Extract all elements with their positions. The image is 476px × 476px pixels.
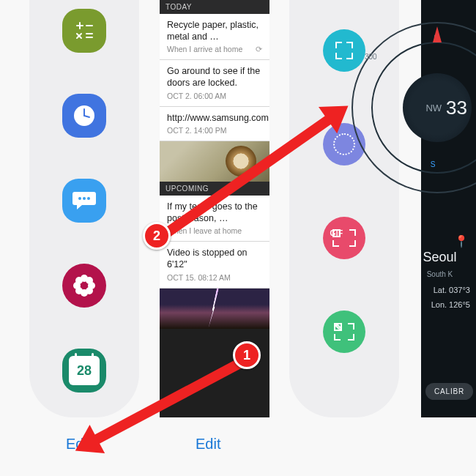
repeat-icon: ⟳ [256,45,262,54]
oval-select-icon [333,133,355,155]
reminder-title: If my team goes to the postseason, … [167,201,262,224]
reminder-sub: When I leave at home [167,226,262,235]
reminder-card[interactable]: http://www.samsung.com OCT 2. 14:00 PM [160,107,269,142]
calibrate-button[interactable]: CALIBR [425,383,473,400]
longitude: Lon. 126°5 [406,300,473,309]
gif-capture-button[interactable]: GIF [323,217,365,259]
section-upcoming: UPCOMING [160,182,269,196]
edit-button[interactable]: Edit [196,436,220,453]
reminder-sub: OCT 2. 06:00 AM [167,92,262,100]
reminder-title: Video is stopped on 6'12" [167,248,262,270]
speech-bubble-icon [72,190,97,211]
annotation-badge-2: 2 [143,222,171,250]
calculator-app-icon[interactable] [62,9,106,53]
latitude: Lat. 037°3 [406,286,473,294]
reminder-title: Recycle paper, plastic, metal and … [167,20,262,42]
region: South K [427,270,453,278]
svg-point-21 [81,282,88,289]
section-today: TODAY [160,0,269,14]
compass-app-panel: 0 330 300 NW33 S 📍 Seoul South K Lat. 03… [421,0,476,417]
reminder-thumb-video [160,289,269,329]
reminder-title: Go around to see if the doors are locked… [167,66,262,89]
reminder-card[interactable]: Recycle paper, plastic, metal and … When… [160,14,269,60]
clock-glyph-icon [71,103,97,129]
annotation-badge-1: 1 [233,341,261,369]
apps-edge-panel: 28 [29,0,139,417]
pin-screen-button[interactable]: ✎ [323,310,365,353]
pin-icon: ✎ [334,323,354,341]
city: Seoul [406,250,473,265]
location-pin-icon: 📍 [406,234,473,248]
reminder-sub: OCT 2. 14:00 PM [167,126,262,135]
svg-point-10 [78,197,81,200]
rectangle-select-button[interactable] [323,29,365,72]
gif-icon: GIF [332,229,356,247]
flower-icon [72,273,97,298]
clock-app-icon[interactable] [62,94,106,138]
reminder-card[interactable]: Video is stopped on 6'12" OCT 15. 08:12 … [160,242,269,288]
reminder-sub: When I arrive at home⟳ [167,45,262,53]
gallery-app-icon[interactable] [62,264,106,308]
reminder-card[interactable]: If my team goes to the postseason, … Whe… [160,196,269,242]
reminder-thumb-map [160,141,269,182]
edit-button[interactable]: Edit [66,436,91,453]
messages-app-icon[interactable] [62,179,106,223]
svg-point-11 [83,197,86,200]
compass-location-info: 📍 Seoul South K Lat. 037°3 Lon. 126°5 [406,234,473,309]
compass-north-needle [433,26,442,42]
calendar-app-icon[interactable]: 28 [62,349,106,393]
compass-heading: NW33 [403,73,472,142]
calculator-glyph-icon [74,21,94,41]
rectangle-select-icon [335,42,353,59]
svg-point-12 [87,197,90,200]
reminder-card[interactable]: Go around to see if the doors are locked… [160,60,269,106]
reminder-title: http://www.samsung.com [167,113,262,124]
reminder-sub: OCT 15. 08:12 AM [167,273,262,282]
calendar-day: 28 [77,363,92,379]
